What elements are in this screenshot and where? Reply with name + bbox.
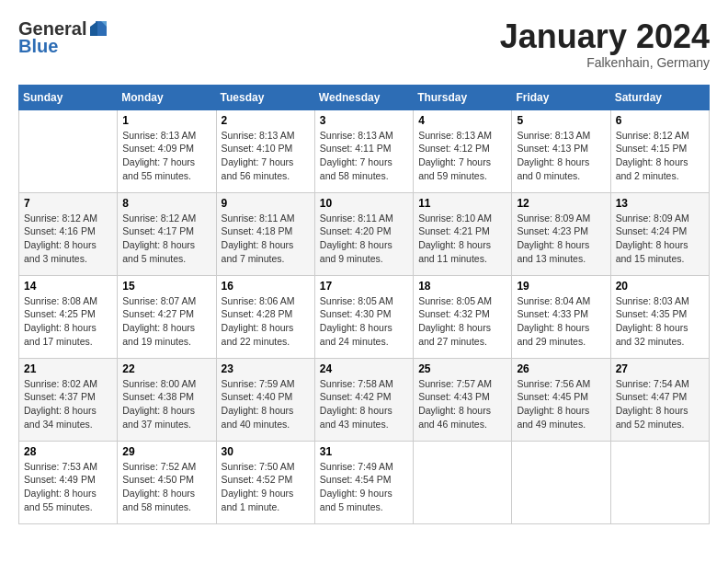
calendar-cell: 25Sunrise: 7:57 AM Sunset: 4:43 PM Dayli…: [414, 358, 512, 441]
calendar-cell: 26Sunrise: 7:56 AM Sunset: 4:45 PM Dayli…: [512, 358, 610, 441]
calendar-cell: 24Sunrise: 7:58 AM Sunset: 4:42 PM Dayli…: [314, 358, 413, 441]
day-number: 17: [320, 280, 408, 293]
calendar-week-row: 1Sunrise: 8:13 AM Sunset: 4:09 PM Daylig…: [19, 109, 710, 192]
day-info: Sunrise: 8:11 AM Sunset: 4:18 PM Dayligh…: [222, 212, 310, 266]
day-number: 10: [320, 197, 408, 210]
day-info: Sunrise: 8:12 AM Sunset: 4:16 PM Dayligh…: [24, 212, 112, 266]
day-info: Sunrise: 8:06 AM Sunset: 4:28 PM Dayligh…: [222, 294, 310, 349]
calendar-cell: 14Sunrise: 8:08 AM Sunset: 4:25 PM Dayli…: [19, 275, 118, 358]
calendar-cell: 27Sunrise: 7:54 AM Sunset: 4:47 PM Dayli…: [610, 358, 709, 441]
calendar-header-row: SundayMondayTuesdayWednesdayThursdayFrid…: [19, 85, 710, 109]
weekday-header: Saturday: [610, 85, 709, 109]
day-number: 14: [24, 280, 112, 293]
calendar-week-row: 7Sunrise: 8:12 AM Sunset: 4:16 PM Daylig…: [19, 192, 710, 275]
calendar-cell: 31Sunrise: 7:49 AM Sunset: 4:54 PM Dayli…: [314, 441, 413, 523]
day-info: Sunrise: 7:59 AM Sunset: 4:40 PM Dayligh…: [222, 377, 310, 431]
calendar-cell: 16Sunrise: 8:06 AM Sunset: 4:28 PM Dayli…: [216, 275, 314, 358]
calendar-week-row: 14Sunrise: 8:08 AM Sunset: 4:25 PM Dayli…: [19, 275, 710, 358]
calendar-cell: 19Sunrise: 8:04 AM Sunset: 4:33 PM Dayli…: [512, 275, 610, 358]
calendar-cell: 1Sunrise: 8:13 AM Sunset: 4:09 PM Daylig…: [118, 109, 216, 192]
day-info: Sunrise: 7:50 AM Sunset: 4:52 PM Dayligh…: [222, 460, 310, 514]
calendar-cell: 11Sunrise: 8:10 AM Sunset: 4:21 PM Dayli…: [414, 192, 512, 275]
calendar-cell: [19, 109, 118, 192]
day-info: Sunrise: 8:05 AM Sunset: 4:30 PM Dayligh…: [320, 294, 408, 349]
day-info: Sunrise: 7:56 AM Sunset: 4:45 PM Dayligh…: [517, 377, 605, 431]
weekday-header: Wednesday: [314, 85, 413, 109]
calendar-cell: [414, 441, 512, 523]
day-number: 7: [24, 197, 112, 210]
calendar-cell: 5Sunrise: 8:13 AM Sunset: 4:13 PM Daylig…: [512, 109, 610, 192]
day-number: 26: [517, 362, 605, 375]
day-info: Sunrise: 7:58 AM Sunset: 4:42 PM Dayligh…: [320, 377, 408, 431]
day-number: 4: [418, 114, 506, 127]
day-number: 13: [616, 197, 704, 210]
day-info: Sunrise: 8:10 AM Sunset: 4:21 PM Dayligh…: [418, 212, 506, 266]
calendar-cell: 7Sunrise: 8:12 AM Sunset: 4:16 PM Daylig…: [19, 192, 118, 275]
calendar-cell: 22Sunrise: 8:00 AM Sunset: 4:38 PM Dayli…: [118, 358, 216, 441]
day-number: 28: [24, 445, 112, 458]
calendar-cell: 12Sunrise: 8:09 AM Sunset: 4:23 PM Dayli…: [512, 192, 610, 275]
day-number: 6: [616, 114, 704, 127]
day-info: Sunrise: 8:03 AM Sunset: 4:35 PM Dayligh…: [616, 294, 704, 349]
day-number: 5: [517, 114, 605, 127]
day-info: Sunrise: 8:02 AM Sunset: 4:37 PM Dayligh…: [24, 377, 112, 431]
weekday-header: Thursday: [414, 85, 512, 109]
day-number: 22: [122, 362, 210, 375]
day-number: 3: [320, 114, 408, 127]
calendar-cell: 6Sunrise: 8:12 AM Sunset: 4:15 PM Daylig…: [610, 109, 709, 192]
day-number: 29: [122, 445, 210, 458]
location: Falkenhain, Germany: [500, 55, 710, 70]
day-info: Sunrise: 8:12 AM Sunset: 4:15 PM Dayligh…: [616, 129, 704, 183]
day-info: Sunrise: 8:05 AM Sunset: 4:32 PM Dayligh…: [418, 294, 506, 349]
day-number: 30: [222, 445, 310, 458]
logo-icon: [88, 19, 108, 40]
day-number: 20: [616, 280, 704, 293]
day-info: Sunrise: 8:09 AM Sunset: 4:23 PM Dayligh…: [517, 212, 605, 266]
day-number: 11: [418, 197, 506, 210]
calendar-cell: 20Sunrise: 8:03 AM Sunset: 4:35 PM Dayli…: [610, 275, 709, 358]
month-title: January 2024: [500, 18, 710, 55]
day-info: Sunrise: 8:13 AM Sunset: 4:10 PM Dayligh…: [222, 129, 310, 183]
weekday-header: Tuesday: [216, 85, 314, 109]
calendar-table: SundayMondayTuesdayWednesdayThursdayFrid…: [18, 85, 710, 524]
calendar-week-row: 21Sunrise: 8:02 AM Sunset: 4:37 PM Dayli…: [19, 358, 710, 441]
logo: General Blue: [18, 18, 108, 57]
weekday-header: Friday: [512, 85, 610, 109]
day-number: 1: [122, 114, 210, 127]
day-info: Sunrise: 8:04 AM Sunset: 4:33 PM Dayligh…: [517, 294, 605, 349]
day-number: 23: [222, 362, 310, 375]
day-info: Sunrise: 8:00 AM Sunset: 4:38 PM Dayligh…: [122, 377, 210, 431]
day-info: Sunrise: 8:11 AM Sunset: 4:20 PM Dayligh…: [320, 212, 408, 266]
title-block: January 2024 Falkenhain, Germany: [500, 18, 710, 70]
day-number: 16: [222, 280, 310, 293]
calendar-cell: 3Sunrise: 8:13 AM Sunset: 4:11 PM Daylig…: [314, 109, 413, 192]
day-number: 24: [320, 362, 408, 375]
day-info: Sunrise: 8:13 AM Sunset: 4:11 PM Dayligh…: [320, 129, 408, 183]
page-header: General Blue January 2024 Falkenhain, Ge…: [18, 18, 710, 70]
day-number: 19: [517, 280, 605, 293]
calendar-cell: 2Sunrise: 8:13 AM Sunset: 4:10 PM Daylig…: [216, 109, 314, 192]
day-number: 25: [418, 362, 506, 375]
day-number: 21: [24, 362, 112, 375]
calendar-cell: 17Sunrise: 8:05 AM Sunset: 4:30 PM Dayli…: [314, 275, 413, 358]
day-number: 2: [222, 114, 310, 127]
day-number: 31: [320, 445, 408, 458]
weekday-header: Sunday: [19, 85, 118, 109]
day-info: Sunrise: 7:53 AM Sunset: 4:49 PM Dayligh…: [24, 460, 112, 514]
calendar-body: 1Sunrise: 8:13 AM Sunset: 4:09 PM Daylig…: [19, 109, 710, 523]
day-number: 9: [222, 197, 310, 210]
day-info: Sunrise: 7:52 AM Sunset: 4:50 PM Dayligh…: [122, 460, 210, 514]
day-info: Sunrise: 8:13 AM Sunset: 4:12 PM Dayligh…: [418, 129, 506, 183]
day-number: 18: [418, 280, 506, 293]
calendar-cell: 29Sunrise: 7:52 AM Sunset: 4:50 PM Dayli…: [118, 441, 216, 523]
calendar-cell: 8Sunrise: 8:12 AM Sunset: 4:17 PM Daylig…: [118, 192, 216, 275]
calendar-cell: 15Sunrise: 8:07 AM Sunset: 4:27 PM Dayli…: [118, 275, 216, 358]
day-info: Sunrise: 8:13 AM Sunset: 4:13 PM Dayligh…: [517, 129, 605, 183]
day-info: Sunrise: 8:12 AM Sunset: 4:17 PM Dayligh…: [122, 212, 210, 266]
day-info: Sunrise: 8:09 AM Sunset: 4:24 PM Dayligh…: [616, 212, 704, 266]
day-number: 8: [122, 197, 210, 210]
calendar-cell: [610, 441, 709, 523]
weekday-header: Monday: [118, 85, 216, 109]
calendar-cell: 10Sunrise: 8:11 AM Sunset: 4:20 PM Dayli…: [314, 192, 413, 275]
day-info: Sunrise: 8:08 AM Sunset: 4:25 PM Dayligh…: [24, 294, 112, 349]
